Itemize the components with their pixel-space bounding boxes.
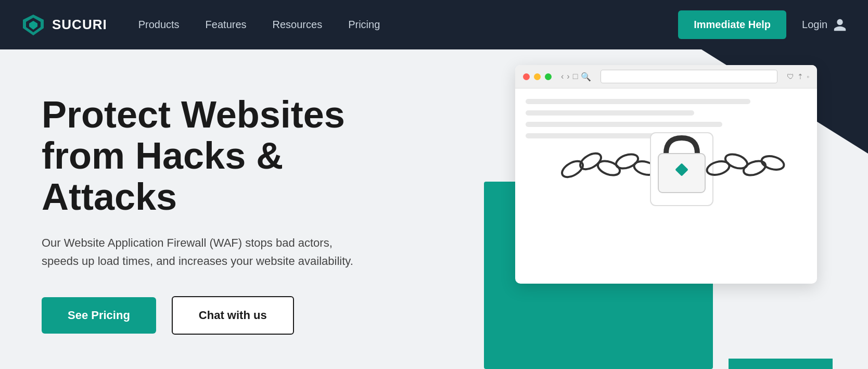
nav-features[interactable]: Features — [206, 19, 247, 31]
teal-bottom-bar — [729, 359, 833, 369]
svg-point-6 — [614, 151, 640, 171]
browser-nav-icons: ‹ › □ 🔍 — [561, 72, 591, 82]
navbar: SUCURi Products Features Resources Prici… — [0, 0, 868, 49]
fullscreen-icon: ◦ — [807, 72, 809, 81]
hero-section: Protect Websites from Hacks & Attacks Ou… — [0, 49, 868, 369]
forward-icon: › — [567, 72, 569, 82]
hero-title: Protect Websites from Hacks & Attacks — [42, 94, 427, 218]
see-pricing-button[interactable]: See Pricing — [42, 297, 156, 334]
hero-content: Protect Websites from Hacks & Attacks Ou… — [0, 49, 468, 369]
hero-buttons: See Pricing Chat with us — [42, 296, 427, 335]
logo[interactable]: SUCURi — [21, 12, 107, 37]
navbar-left: SUCURi Products Features Resources Prici… — [21, 12, 380, 37]
browser-dot-red — [523, 73, 530, 80]
reload-icon: □ — [573, 72, 578, 82]
nav-pricing[interactable]: Pricing — [348, 19, 380, 31]
share-icon: ⇡ — [797, 72, 803, 81]
search-icon: 🔍 — [581, 72, 591, 82]
browser-action-icons: 🛡 ⇡ ◦ — [787, 72, 809, 81]
chat-button[interactable]: Chat with us — [172, 296, 294, 335]
nav-products[interactable]: Products — [138, 19, 180, 31]
navbar-right: Immediate Help Login — [678, 10, 847, 39]
lock-chain-svg — [541, 101, 791, 226]
lock-chain-illustration — [541, 101, 791, 228]
logo-text: SUCURi — [52, 17, 107, 33]
browser-dot-yellow — [534, 73, 541, 80]
browser-mockup: ‹ › □ 🔍 🛡 ⇡ ◦ — [515, 65, 817, 284]
login-label: Login — [802, 19, 827, 31]
sucuri-logo-icon — [21, 12, 46, 37]
shield-icon: 🛡 — [787, 72, 794, 81]
nav-resources[interactable]: Resources — [273, 19, 323, 31]
immediate-help-button[interactable]: Immediate Help — [678, 10, 786, 39]
login-area[interactable]: Login — [802, 18, 847, 32]
user-icon — [833, 18, 847, 32]
hero-subtitle: Our Website Application Firewall (WAF) s… — [42, 234, 354, 270]
hero-image: ‹ › □ 🔍 🛡 ⇡ ◦ — [468, 49, 833, 369]
browser-dot-green — [545, 73, 552, 80]
nav-links: Products Features Resources Pricing — [138, 19, 380, 31]
browser-toolbar: ‹ › □ 🔍 🛡 ⇡ ◦ — [515, 65, 817, 88]
browser-address-bar — [601, 70, 777, 83]
back-icon: ‹ — [561, 72, 564, 82]
